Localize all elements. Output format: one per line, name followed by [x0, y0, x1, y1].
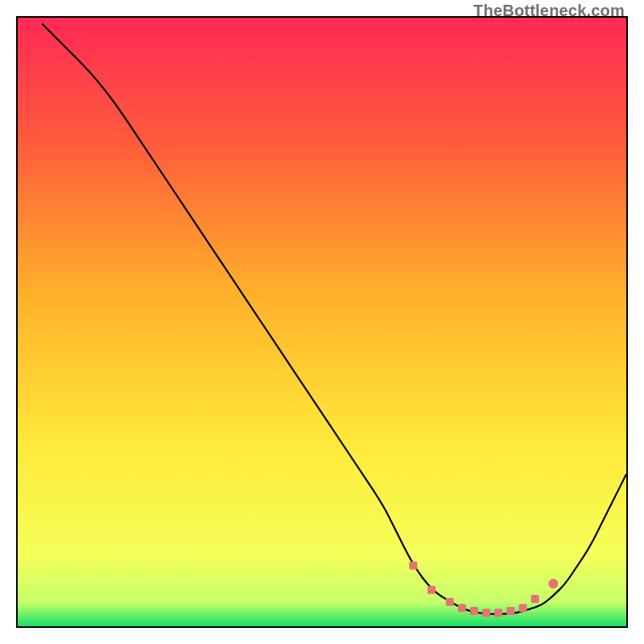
marker-square: [427, 586, 436, 594]
marker-circle: [548, 579, 558, 588]
watermark-label: TheBottleneck.com: [473, 2, 625, 20]
valley-markers: [409, 561, 558, 617]
marker-square: [482, 609, 490, 617]
marker-square: [494, 609, 502, 617]
plot-area: [16, 16, 628, 628]
curve-layer: [18, 18, 626, 626]
chart-container: TheBottleneck.com: [0, 0, 644, 644]
marker-square: [506, 607, 514, 615]
bottleneck-curve: [42, 24, 626, 614]
marker-square: [470, 607, 478, 615]
marker-square: [446, 598, 454, 606]
marker-square: [518, 604, 526, 612]
marker-square: [458, 604, 466, 612]
marker-square: [531, 595, 539, 603]
marker-square: [409, 561, 417, 569]
